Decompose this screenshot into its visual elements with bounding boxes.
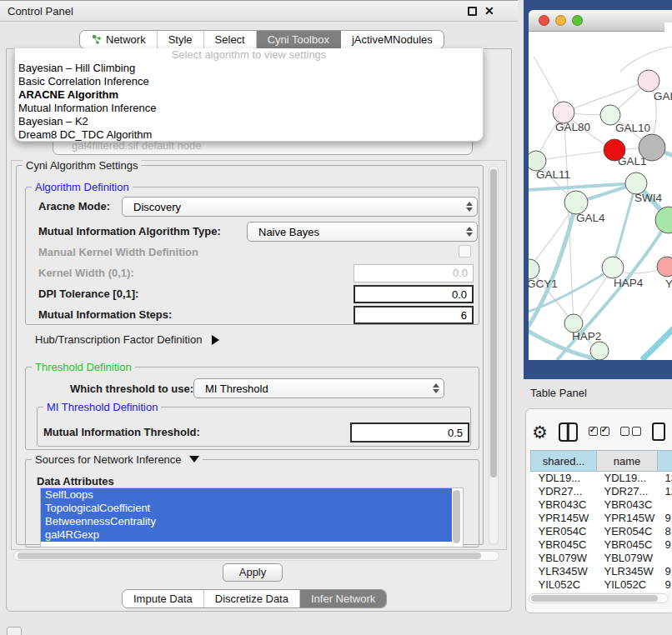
table-cell[interactable] [658, 498, 672, 512]
select-all-checkboxes-icon[interactable] [589, 426, 609, 438]
tab-style[interactable]: Style [158, 31, 204, 48]
apply-button[interactable]: Apply [223, 563, 283, 582]
dropdown-item-dream8[interactable]: Dream8 DC_TDC Algorithm [15, 128, 483, 142]
scrollbar-thumb[interactable] [453, 490, 460, 543]
table-row[interactable]: YPR145WYPR145W9. [531, 512, 672, 525]
aracne-mode-combobox[interactable]: Discovery [122, 197, 478, 217]
scrollbar-thumb[interactable] [531, 595, 658, 602]
network-node-botnode[interactable] [590, 342, 609, 360]
float-panel-icon[interactable] [468, 7, 477, 16]
table-cell[interactable]: YPR145W [597, 512, 658, 525]
table-row[interactable]: YLR345WYLR345W9. [531, 565, 672, 578]
table-row[interactable]: YDL19...YDL19...13 [531, 472, 672, 485]
network-edge[interactable] [642, 328, 672, 360]
table-row[interactable]: YBR043CYBR043C [531, 498, 672, 512]
tab-jactivemnodules[interactable]: jActiveMNodules [341, 31, 444, 48]
table-cell[interactable]: 13 [658, 472, 672, 485]
table-row[interactable]: YBR045CYBR045C9. [531, 538, 672, 552]
tab-network[interactable]: Network [80, 31, 158, 48]
table-cell[interactable]: YBL079W [597, 552, 658, 565]
document-icon[interactable] [652, 422, 665, 441]
table-cell[interactable]: YER054C [531, 525, 597, 538]
table-cell[interactable]: YDL19... [597, 472, 658, 485]
table-cell[interactable]: YLR345W [597, 565, 658, 578]
tab-select[interactable]: Select [204, 31, 257, 48]
dropdown-item-aracne[interactable]: ARACNE Algorithm [15, 88, 483, 102]
table-row[interactable]: YBL079WYBL079W [531, 552, 672, 565]
table-cell[interactable]: YBR045C [531, 538, 597, 552]
column-header-name[interactable]: name [597, 451, 658, 472]
list-vertical-scrollbar[interactable] [453, 490, 461, 545]
list-item-gal4rgexp[interactable]: gal4RGexp [41, 528, 452, 542]
dropdown-item-bayesian-k2[interactable]: Bayesian – K2 [15, 115, 483, 128]
deselect-all-checkboxes-icon[interactable] [620, 426, 641, 438]
tab-discretize-data[interactable]: Discretize Data [204, 590, 300, 608]
sources-group-title[interactable]: Sources for Network Inference [32, 453, 203, 466]
mi-threshold-field[interactable]: 0.5 [350, 422, 469, 442]
network-edge[interactable] [529, 270, 610, 313]
table-row[interactable]: YER054CYER054C8. [531, 525, 672, 538]
table-horizontal-scrollbar[interactable] [529, 593, 669, 603]
network-node-gcy1[interactable] [529, 259, 539, 279]
dpi-tolerance-field[interactable]: 0.0 [354, 285, 474, 303]
network-edge[interactable] [620, 47, 672, 72]
manual-kernel-width-checkbox[interactable] [459, 245, 471, 258]
table-cell[interactable]: YER054C [597, 525, 658, 538]
table-cell[interactable]: YDR27... [531, 485, 597, 498]
hub-definition-expander[interactable]: Hub/Transcription Factor Definition [35, 333, 219, 346]
table-cell[interactable] [658, 552, 672, 565]
mi-algorithm-type-combobox[interactable]: Naive Bayes [247, 222, 478, 242]
which-threshold-combobox[interactable]: MI Threshold [193, 378, 444, 398]
network-node-gray[interactable] [639, 134, 665, 161]
kernel-width-field[interactable]: 0.0 [354, 264, 474, 282]
gear-icon[interactable]: ⚙ [532, 423, 548, 441]
table-cell[interactable]: 12 [658, 485, 672, 498]
split-columns-icon[interactable] [559, 422, 578, 442]
table-row[interactable]: YIL052CYIL052C9 [531, 578, 672, 592]
table-cell[interactable]: YLR345W [531, 565, 597, 578]
table-cell[interactable]: YDL19... [531, 472, 597, 485]
zoom-traffic-light[interactable] [572, 15, 583, 26]
table-cell[interactable]: YBR045C [597, 538, 658, 552]
table-cell[interactable]: 9. [658, 512, 672, 525]
scrollbar-thumb[interactable] [490, 169, 497, 478]
tab-cyni-toolbox[interactable]: Cyni Toolbox [257, 31, 341, 48]
list-item-betweennesscentrality[interactable]: BetweennessCentrality [41, 515, 452, 528]
table-cell[interactable]: 9 [658, 578, 672, 592]
table-cell[interactable]: YIL052C [597, 578, 658, 592]
close-icon[interactable]: ✕ [484, 1, 494, 22]
network-node-biggrn[interactable] [655, 207, 672, 233]
settings-horizontal-scrollbar[interactable] [13, 551, 499, 561]
network-node-gal4[interactable] [564, 191, 588, 214]
dropdown-item-mutual-information[interactable]: Mutual Information Inference [15, 102, 483, 115]
table-cell[interactable]: 8. [658, 525, 672, 538]
settings-vertical-scrollbar[interactable] [489, 165, 499, 545]
table-cell[interactable]: 9. [658, 565, 672, 578]
column-header-shared-name[interactable]: shared... [531, 451, 597, 472]
list-item-topologicalcoefficient[interactable]: TopologicalCoefficient [41, 502, 452, 515]
table-cell[interactable]: YBR043C [531, 498, 597, 512]
dropdown-item-bayesian-hill-climbing[interactable]: Bayesian – Hill Climbing [15, 62, 483, 75]
dropdown-item-basic-correlation[interactable]: Basic Correlation Inference [15, 75, 483, 88]
minimize-traffic-light[interactable] [555, 15, 566, 26]
tab-impute-data[interactable]: Impute Data [123, 590, 204, 608]
table-cell[interactable]: YPR145W [531, 512, 597, 525]
table-cell[interactable]: YBR043C [597, 498, 658, 512]
tab-infer-network[interactable]: Infer Network [300, 590, 386, 608]
network-node-hap4[interactable] [602, 257, 624, 278]
close-traffic-light[interactable] [539, 15, 549, 26]
table-cell[interactable]: 9. [658, 538, 672, 552]
scrollbar-thumb[interactable] [18, 552, 481, 559]
network-edge[interactable] [613, 186, 635, 268]
mi-steps-field[interactable]: 6 [354, 306, 474, 324]
table-cell[interactable]: YBL079W [531, 552, 597, 565]
network-node-salmon[interactable] [657, 257, 672, 277]
bottom-left-panel-button[interactable] [7, 627, 22, 635]
network-node-gal7[interactable] [638, 70, 659, 92]
table-row[interactable]: YDR27...YDR27...12 [531, 485, 672, 498]
network-canvas[interactable]: GAL80GAL10GAL1GAL11SWI4GAL4GCY1HAP4YHAP2… [529, 32, 672, 360]
network-edge[interactable] [536, 151, 613, 161]
table-cell[interactable]: YDR27... [597, 485, 658, 498]
table-cell[interactable]: YIL052C [531, 578, 597, 592]
column-header-partial[interactable] [658, 451, 672, 472]
